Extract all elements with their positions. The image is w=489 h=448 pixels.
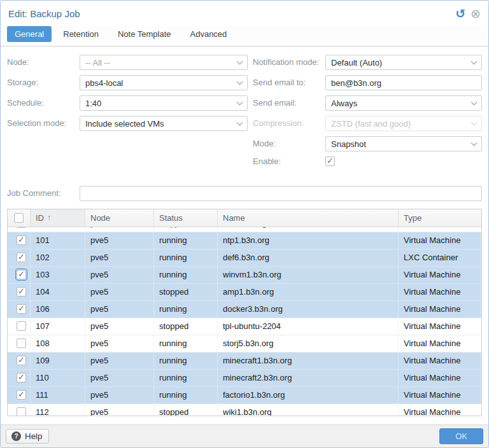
- cell-node: pve5: [85, 335, 154, 352]
- mode-select[interactable]: Snapshot: [325, 136, 482, 151]
- help-button[interactable]: ? Help: [6, 429, 49, 444]
- cell-id: 102: [31, 249, 85, 266]
- close-icon[interactable]: ⊗: [471, 8, 481, 20]
- cell-id: 106: [31, 301, 85, 318]
- row-checkbox[interactable]: [17, 253, 26, 262]
- cell-name: dc1.b3n.org: [218, 227, 399, 232]
- cell-type: Virtual Machine: [399, 335, 481, 352]
- job-comment-label: Job Comment:: [7, 186, 80, 199]
- cell-name: wiki1.b3n.org: [218, 404, 399, 416]
- cell-node: pve5: [85, 370, 154, 386]
- table-body[interactable]: 100pve5stoppeddc1.b3n.orgVirtual Machine…: [8, 227, 481, 416]
- tab-bar: General Retention Note Template Advanced: [1, 26, 488, 46]
- form-area: Node: -- All -- Storage: pbs4-local Sche…: [7, 55, 482, 172]
- cell-type: Virtual Machine: [399, 353, 481, 369]
- selection-mode-select[interactable]: Include selected VMs: [80, 116, 248, 131]
- tab-general[interactable]: General: [7, 26, 52, 42]
- cell-type: LXC Container: [399, 249, 481, 266]
- cell-id: 100: [31, 227, 85, 232]
- cell-type: Virtual Machine: [399, 318, 481, 335]
- table-row[interactable]: 101pve5runningntp1.b3n.orgVirtual Machin…: [8, 232, 481, 249]
- cell-status: running: [154, 301, 218, 318]
- tab-note-template[interactable]: Note Template: [110, 26, 179, 42]
- tab-retention[interactable]: Retention: [55, 26, 106, 42]
- chevron-down-icon: [471, 120, 478, 126]
- table-row[interactable]: 111pve5runningfactorio1.b3n.orgVirtual M…: [8, 387, 481, 404]
- cell-node: pve5: [85, 227, 154, 232]
- cell-node: pve5: [85, 318, 154, 335]
- row-checkbox[interactable]: [17, 227, 26, 228]
- cell-type: Virtual Machine: [399, 404, 481, 416]
- chevron-down-icon: [471, 140, 478, 146]
- send-email-select[interactable]: Always: [325, 95, 482, 111]
- table-row[interactable]: 109pve5runningminecraft1.b3n.orgVirtual …: [8, 353, 481, 370]
- table-row[interactable]: 100pve5stoppeddc1.b3n.orgVirtual Machine: [8, 227, 481, 232]
- table-row[interactable]: 110pve5runningminecraft2.b3n.orgVirtual …: [8, 370, 481, 387]
- cell-name: minecraft2.b3n.org: [218, 370, 399, 386]
- column-header-type[interactable]: Type: [399, 209, 481, 227]
- cell-node: pve5: [85, 404, 154, 416]
- select-all-cell: [8, 209, 31, 227]
- row-checkbox[interactable]: [17, 390, 26, 400]
- cell-name: minecraft1.b3n.org: [218, 353, 399, 369]
- enable-checkbox[interactable]: [325, 157, 335, 166]
- vm-table: ID ↑ Node Status Name Type 100pve5stoppe…: [7, 209, 482, 416]
- row-checkbox[interactable]: [17, 304, 26, 314]
- cell-node: pve5: [85, 232, 154, 249]
- mode-label: Mode:: [253, 136, 325, 149]
- cell-type: Virtual Machine: [399, 370, 481, 386]
- node-select[interactable]: -- All --: [80, 55, 248, 70]
- cell-type: Virtual Machine: [399, 284, 481, 300]
- chevron-down-icon: [237, 79, 243, 85]
- row-checkbox[interactable]: [17, 356, 26, 365]
- vm-table-header: ID ↑ Node Status Name Type: [8, 209, 481, 227]
- cell-status: running: [154, 387, 218, 403]
- row-checkbox[interactable]: [17, 287, 26, 297]
- cell-id: 108: [31, 335, 85, 352]
- sort-asc-icon: ↑: [47, 213, 51, 222]
- cell-status: running: [154, 249, 218, 266]
- cell-type: Virtual Machine: [399, 227, 481, 232]
- table-row[interactable]: 102pve5runningdef6.b3n.orgLXC Container: [8, 249, 481, 267]
- node-label: Node:: [7, 55, 80, 67]
- cell-node: pve5: [85, 353, 154, 369]
- row-checkbox[interactable]: [17, 235, 26, 245]
- cell-status: running: [154, 335, 218, 352]
- column-header-id[interactable]: ID ↑: [31, 209, 85, 227]
- cell-node: pve5: [85, 267, 154, 283]
- cell-id: 109: [31, 353, 85, 369]
- row-checkbox[interactable]: [17, 270, 26, 279]
- ok-button[interactable]: OK: [439, 428, 483, 444]
- table-row[interactable]: 106pve5runningdocker3.b3n.orgVirtual Mac…: [8, 301, 481, 318]
- cell-name: storj5.b3n.org: [218, 335, 399, 352]
- undo-icon[interactable]: ↺: [455, 8, 465, 20]
- dialog-footer: ? Help OK: [1, 424, 488, 447]
- column-header-status[interactable]: Status: [154, 209, 218, 227]
- notification-mode-select[interactable]: Default (Auto): [325, 55, 482, 70]
- row-checkbox[interactable]: [17, 373, 26, 382]
- tab-advanced[interactable]: Advanced: [183, 26, 235, 42]
- chevron-down-icon: [237, 59, 243, 65]
- table-row[interactable]: 112pve5stoppedwiki1.b3n.orgVirtual Machi…: [8, 404, 481, 416]
- cell-name: docker3.b3n.org: [218, 301, 399, 318]
- table-row[interactable]: 108pve5runningstorj5.b3n.orgVirtual Mach…: [8, 335, 481, 353]
- row-checkbox[interactable]: [17, 321, 26, 331]
- cell-node: pve5: [85, 387, 154, 403]
- table-row[interactable]: 103pve5runningwinvm1.b3n.orgVirtual Mach…: [8, 267, 481, 284]
- notification-mode-label: Notification mode:: [253, 55, 325, 67]
- cell-id: 112: [31, 404, 85, 416]
- storage-select[interactable]: pbs4-local: [80, 75, 248, 90]
- row-checkbox[interactable]: [17, 407, 26, 416]
- cell-status: stopped: [154, 227, 218, 232]
- row-checkbox[interactable]: [17, 339, 26, 348]
- schedule-select[interactable]: 1:40: [80, 95, 248, 111]
- table-row[interactable]: 104pve5stoppedamp1.b3n.orgVirtual Machin…: [8, 284, 481, 301]
- send-email-to-input[interactable]: [325, 75, 482, 90]
- column-header-name[interactable]: Name: [218, 209, 399, 227]
- select-all-checkbox[interactable]: [14, 213, 24, 223]
- cell-status: running: [154, 370, 218, 386]
- column-header-node[interactable]: Node: [85, 209, 154, 227]
- job-comment-input[interactable]: [80, 186, 482, 201]
- cell-id: 103: [31, 267, 85, 283]
- table-row[interactable]: 107pve5stoppedtpl-ubuntu-2204Virtual Mac…: [8, 318, 481, 335]
